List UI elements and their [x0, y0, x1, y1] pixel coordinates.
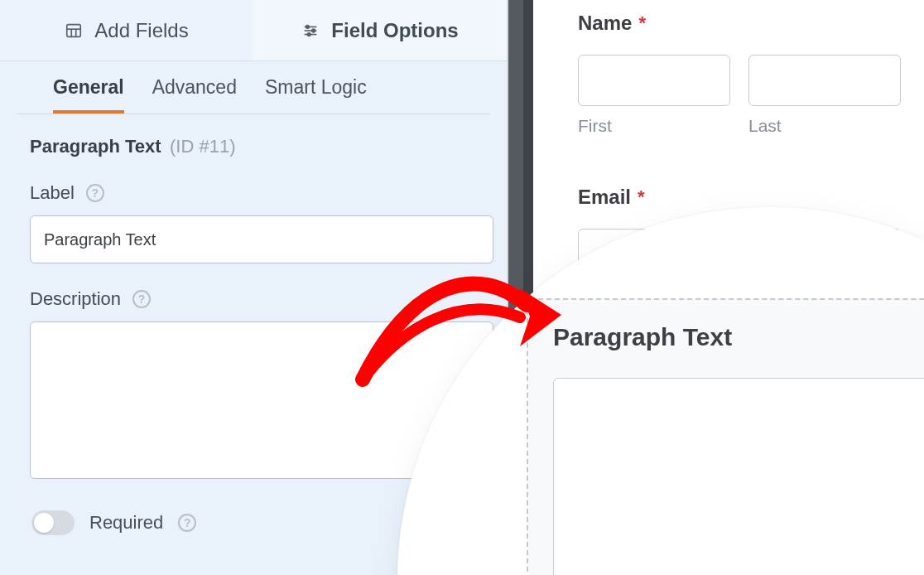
first-sublabel: First — [578, 116, 730, 136]
row-description: Description ? — [30, 288, 477, 482]
required-star: * — [638, 12, 646, 34]
field-type-title: Paragraph Text — [30, 136, 161, 157]
description-caption: Description — [30, 288, 121, 310]
paragraph-text-input[interactable] — [553, 378, 924, 575]
svg-rect-0 — [67, 24, 81, 36]
required-caption: Required — [89, 512, 163, 534]
first-name-input[interactable] — [578, 55, 730, 106]
grid-icon — [65, 22, 83, 40]
paragraph-text-dropzone[interactable]: Paragraph Text — [527, 298, 924, 575]
label-input[interactable] — [30, 215, 493, 263]
help-icon[interactable]: ? — [86, 184, 104, 202]
top-tab-bar: Add Fields Field Options — [0, 0, 507, 61]
paragraph-text-label: Paragraph Text — [553, 323, 924, 351]
subtab-advanced[interactable]: Advanced — [152, 76, 237, 114]
tab-add-fields-label: Add Fields — [94, 19, 188, 42]
svg-point-8 — [312, 29, 315, 32]
name-field-label: Name * — [578, 12, 901, 35]
subtab-general[interactable]: General — [53, 76, 124, 114]
svg-point-7 — [306, 25, 310, 28]
last-sublabel: Last — [748, 116, 901, 136]
last-name-input[interactable] — [748, 55, 901, 106]
field-id: (ID #11) — [170, 136, 235, 157]
tab-field-options-label: Field Options — [331, 19, 458, 42]
required-star: * — [638, 186, 645, 208]
row-label: Label ? — [30, 182, 477, 263]
tab-field-options[interactable]: Field Options — [253, 0, 507, 61]
subtab-smart-logic[interactable]: Smart Logic — [265, 76, 367, 114]
email-label-text: Email — [578, 186, 631, 209]
name-label-text: Name — [578, 12, 632, 35]
required-toggle[interactable] — [31, 510, 75, 535]
label-caption: Label — [30, 182, 75, 204]
name-fields: First Last — [578, 55, 901, 136]
tab-add-fields[interactable]: Add Fields — [0, 0, 253, 61]
help-icon[interactable]: ? — [178, 514, 196, 532]
svg-point-9 — [308, 32, 311, 36]
toggle-knob — [34, 513, 54, 533]
help-icon[interactable]: ? — [132, 290, 151, 308]
sliders-icon — [301, 22, 320, 40]
sub-tab-bar: General Advanced Smart Logic — [17, 61, 490, 114]
